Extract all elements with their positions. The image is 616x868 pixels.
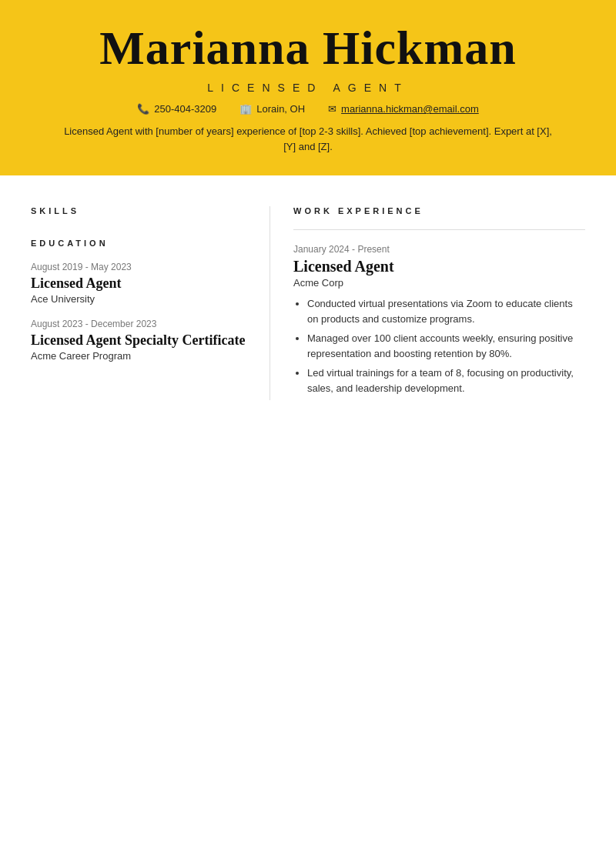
- education-section-label: EDUCATION: [31, 239, 246, 248]
- candidate-title: Licensed Agent: [31, 82, 585, 94]
- email-link[interactable]: marianna.hickman@email.com: [341, 103, 479, 115]
- phone-number: 250-404-3209: [154, 103, 216, 115]
- location-contact: Lorain, OH: [239, 103, 305, 115]
- work-title-1: Licensed Agent: [293, 258, 585, 275]
- main-content: SKILLS EDUCATION August 2019 - May 2023 …: [0, 175, 616, 431]
- phone-contact: 250-404-3209: [137, 103, 216, 115]
- skills-section-label: SKILLS: [31, 206, 246, 215]
- resume-header: Marianna Hickman Licensed Agent 250-404-…: [0, 0, 616, 175]
- work-bullet-3: Led virtual trainings for a team of 8, f…: [307, 366, 585, 396]
- edu-institution-2: Acme Career Program: [31, 350, 246, 362]
- left-column: SKILLS EDUCATION August 2019 - May 2023 …: [31, 206, 270, 400]
- email-icon: [328, 103, 336, 115]
- work-item-1: January 2024 - Present Licensed Agent Ac…: [293, 244, 585, 396]
- contact-bar: 250-404-3209 Lorain, OH marianna.hickman…: [31, 103, 585, 115]
- email-contact: marianna.hickman@email.com: [328, 103, 479, 115]
- edu-degree-1: Licensed Agent: [31, 275, 246, 292]
- phone-icon: [137, 103, 149, 115]
- work-bullets-1: Conducted virtual presentations via Zoom…: [293, 296, 585, 396]
- education-item-2: August 2023 - December 2023 Licensed Age…: [31, 319, 246, 362]
- work-bullet-1: Conducted virtual presentations via Zoom…: [307, 296, 585, 326]
- edu-date-2: August 2023 - December 2023: [31, 319, 246, 329]
- work-section-label: WORK EXPERIENCE: [293, 206, 585, 215]
- right-column: WORK EXPERIENCE January 2024 - Present L…: [270, 206, 585, 400]
- work-divider: [293, 229, 585, 230]
- edu-institution-1: Ace University: [31, 293, 246, 305]
- education-section: EDUCATION August 2019 - May 2023 License…: [31, 239, 246, 362]
- candidate-name: Marianna Hickman: [31, 22, 585, 74]
- edu-date-1: August 2019 - May 2023: [31, 262, 246, 272]
- work-company-1: Acme Corp: [293, 277, 585, 289]
- work-bullet-2: Managed over 100 client accounts weekly,…: [307, 331, 585, 361]
- education-item-1: August 2019 - May 2023 Licensed Agent Ac…: [31, 262, 246, 305]
- work-date-1: January 2024 - Present: [293, 244, 585, 255]
- edu-degree-2: Licensed Agent Specialty Certificate: [31, 332, 246, 349]
- location-text: Lorain, OH: [256, 103, 305, 115]
- location-icon: [239, 103, 252, 115]
- summary-text: Licensed Agent with [number of years] ex…: [62, 124, 554, 154]
